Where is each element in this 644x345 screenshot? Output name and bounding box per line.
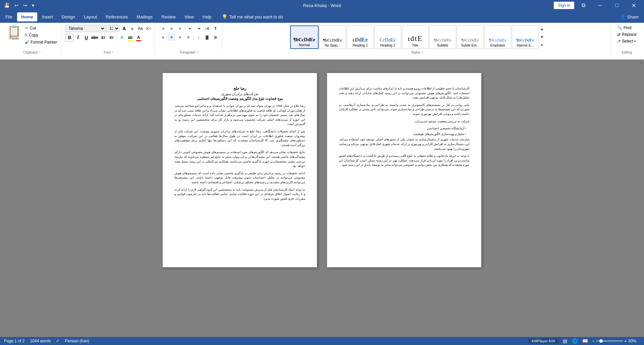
quick-access: 💾 ↩ ↪ ▾ (3, 1, 36, 9)
read-mode-btn[interactable]: 📖 (581, 338, 589, 344)
numbering-btn[interactable]: ≡ (167, 25, 175, 32)
print-layout-btn[interactable]: ▤ (561, 338, 569, 344)
change-case-btn[interactable]: Aa (137, 25, 144, 32)
maximize-btn[interactable]: □ (609, 0, 625, 11)
bold-btn[interactable]: B (65, 33, 73, 42)
paragraph-expand-icon: ↗ (196, 51, 199, 54)
menu-help[interactable]: Help (199, 12, 216, 21)
style-subtitle[interactable]: ¶bCcDdEe Subtitle (429, 25, 456, 49)
text-effect-btn[interactable]: A (118, 33, 126, 42)
decrease-indent-btn[interactable]: ⇤ (186, 25, 194, 32)
style-heading1[interactable]: cDdEe Heading 1 (347, 25, 374, 49)
font-color-btn[interactable]: A (135, 33, 143, 42)
subscript-btn[interactable]: X2 (99, 33, 107, 42)
align-center-btn[interactable]: ≡ (167, 33, 175, 41)
page1-para-4: ادامه تحقیقات در زمینه پردازش زبان طبیعی… (174, 171, 305, 185)
styles-group: ¶bCcDdEe Normal ¶bCcDdEe No Spac... cDdE… (224, 24, 611, 54)
quick-access-dropdown[interactable]: ▾ (31, 1, 36, 9)
menu-layout[interactable]: Layout (80, 12, 101, 21)
menu-file[interactable]: File (1, 12, 16, 21)
taskbar-kmplayer[interactable]: KMPlayer 64X (528, 338, 558, 344)
style-normal[interactable]: ¶bCcDdEe Normal (290, 25, 319, 49)
font-family-select[interactable]: Tahoma (65, 25, 106, 32)
styles-nav: ▲ ▼ ▾ (539, 25, 545, 49)
styles-scroll-up[interactable]: ▲ (539, 25, 545, 33)
style-no-spacing[interactable]: ¶bCcDdEe No Spac... (319, 25, 346, 49)
clear-format-btn[interactable]: ✕A (145, 25, 152, 32)
clipboard-label[interactable]: Clipboard ↗ (23, 49, 41, 54)
replace-button[interactable]: ⇄ Replace (615, 31, 639, 38)
sign-in-button[interactable]: Sign in (554, 2, 574, 9)
style-normal-preview: ¶bCcDdEe (293, 37, 315, 43)
align-left-btn[interactable]: ≡ (159, 33, 167, 41)
underline-btn[interactable]: U (82, 33, 90, 42)
styles-gallery: ¶bCcDdEe Normal ¶bCcDdEe No Spac... cDdE… (290, 25, 539, 49)
line-spacing-btn[interactable]: ↕ (195, 33, 203, 41)
page1-para-2: پس از اتمام تحصیلات دانشگاهی، رضا خلج به… (174, 129, 305, 147)
paste-button[interactable]: 📋 Paste (5, 25, 23, 41)
tell-me-input[interactable]: Tell me what you want to do (229, 14, 283, 19)
close-btn[interactable]: ✕ (626, 0, 641, 11)
ribbon: 📋 Paste ✂ Cut ⎘ Copy 🖌 Format Painter (0, 23, 644, 60)
decrease-font-btn[interactable]: a (128, 25, 136, 32)
title-bar-left: 💾 ↩ ↪ ▾ (3, 1, 36, 9)
menu-design[interactable]: Design (58, 12, 79, 21)
style-subtitle-preview: ¶bCcDdEe (434, 38, 451, 43)
font-label[interactable]: Font ↗ (104, 49, 114, 54)
redo-quick-btn[interactable]: ↪ (22, 1, 29, 9)
save-quick-btn[interactable]: 💾 (3, 1, 11, 9)
increase-font-btn[interactable]: A (120, 25, 128, 32)
menu-insert[interactable]: Insert (38, 12, 57, 21)
format-painter-button[interactable]: 🖌 Format Painter (23, 39, 58, 45)
styles-label[interactable]: Styles ↗ (411, 49, 423, 54)
minimize-btn[interactable]: ─ (592, 0, 608, 11)
style-title[interactable]: ıdtE Title (402, 25, 429, 49)
justify-btn[interactable]: ≡ (184, 33, 192, 41)
style-subtle-emphasis[interactable]: ¶bCcDdEe Subtle Em... (457, 25, 484, 49)
style-intense-em[interactable]: ¶bCcDdEe Intense E... (512, 25, 539, 49)
bullets-btn[interactable]: ≡ (159, 25, 167, 32)
paragraph-label[interactable]: Paragraph ↗ (180, 49, 199, 54)
superscript-btn[interactable]: X2 (107, 33, 115, 42)
menu-review[interactable]: Review (157, 12, 180, 21)
multilevel-btn[interactable]: ≡ (176, 25, 184, 32)
zoom-slider[interactable] (596, 340, 623, 342)
menu-view[interactable]: View (180, 12, 198, 21)
ribbon-collapse-btn[interactable]: ▲ (639, 60, 643, 64)
style-heading2[interactable]: CcDdEe Heading 2 (374, 25, 401, 49)
copy-button[interactable]: ⎘ Copy (23, 32, 58, 38)
italic-btn[interactable]: I (74, 33, 82, 42)
restore-down-btn[interactable]: ⧉ (576, 0, 591, 11)
sort-btn[interactable]: ↕A (203, 25, 211, 32)
title-bar: 💾 ↩ ↪ ▾ Reza-Khalaj - Word Sign in ⧉ ─ □… (0, 0, 644, 11)
font-size-select[interactable]: 12 (106, 25, 120, 32)
styles-more[interactable]: ▾ (539, 42, 545, 49)
page1-body: رضا خلاج در سال ۱۳۸۵ در تهران متولد شد. … (174, 104, 305, 201)
select-button[interactable]: ↗ Select ▾ (615, 38, 638, 44)
page1-subtitle: شرکت‌های برادران سبوری (174, 92, 305, 96)
select-dropdown-icon: ▾ (634, 40, 636, 43)
web-layout-btn[interactable]: 🌐 (571, 338, 579, 344)
menu-home[interactable]: Home (17, 12, 37, 21)
style-emphasis[interactable]: ¶bCcDdEe Emphasis (484, 25, 511, 49)
menu-mailings[interactable]: Mailings (133, 12, 157, 21)
zoom-in-btn[interactable]: + (624, 338, 627, 344)
share-button[interactable]: 👤 Share (616, 13, 643, 21)
show-hide-btn[interactable]: ¶ (211, 25, 219, 32)
align-right-btn[interactable]: ≡ (176, 33, 184, 41)
styles-scroll-down[interactable]: ▼ (539, 33, 545, 41)
increase-indent-btn[interactable]: ⇥ (195, 25, 203, 32)
menu-references[interactable]: References (102, 12, 132, 21)
undo-quick-btn[interactable]: ↩ (13, 1, 20, 9)
zoom-out-btn[interactable]: − (592, 338, 595, 344)
cut-button[interactable]: ✂ Cut (23, 25, 58, 31)
language: Persian (Iran) (65, 339, 89, 343)
highlight-btn[interactable]: ab (126, 33, 134, 42)
find-button[interactable]: 🔍 Find (615, 25, 633, 31)
shading-btn[interactable]: ▓ (203, 33, 211, 41)
proofing-icon[interactable]: ✓ (56, 339, 59, 343)
style-heading2-preview: CcDdEe (380, 38, 395, 43)
strikethrough-btn[interactable]: abc (91, 33, 99, 42)
find-icon: 🔍 (617, 25, 622, 30)
borders-btn[interactable]: ⊞ (211, 33, 219, 41)
